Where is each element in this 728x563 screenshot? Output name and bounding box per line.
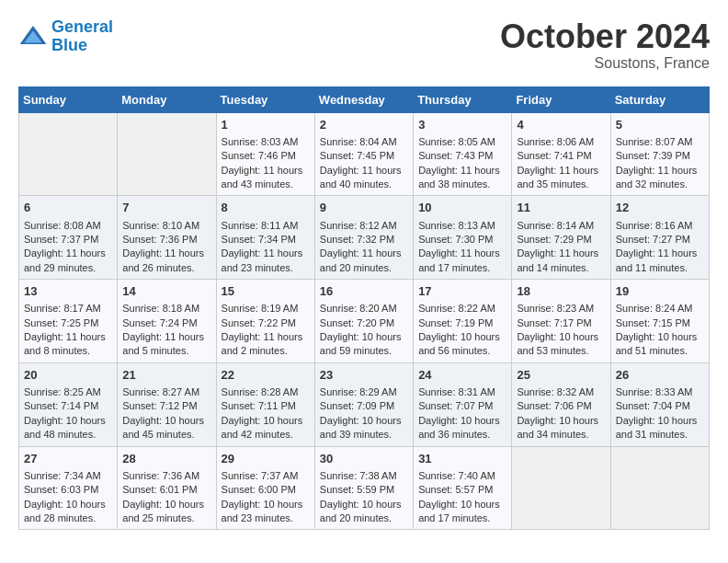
- daylight-text: Daylight: 11 hours and 40 minutes.: [320, 164, 408, 192]
- daylight-text: Daylight: 11 hours and 26 minutes.: [122, 247, 210, 275]
- calendar-cell: 7Sunrise: 8:10 AMSunset: 7:36 PMDaylight…: [118, 196, 216, 280]
- sunset-text: Sunset: 7:27 PM: [616, 233, 704, 247]
- day-number: 11: [517, 200, 605, 216]
- day-number: 26: [616, 367, 704, 384]
- day-number: 24: [418, 367, 506, 384]
- sunset-text: Sunset: 7:22 PM: [222, 316, 310, 330]
- day-number: 18: [517, 283, 605, 300]
- sunrise-text: Sunrise: 8:32 AM: [517, 385, 605, 399]
- calendar-cell: 28Sunrise: 7:36 AMSunset: 6:01 PMDayligh…: [118, 446, 216, 530]
- calendar-cell: 17Sunrise: 8:22 AMSunset: 7:19 PMDayligh…: [414, 280, 512, 363]
- sunset-text: Sunset: 7:15 PM: [616, 316, 704, 330]
- sunset-text: Sunset: 5:59 PM: [320, 483, 408, 497]
- sunrise-text: Sunrise: 8:19 AM: [222, 302, 310, 316]
- weekday-header-tuesday: Tuesday: [216, 86, 314, 112]
- sunrise-text: Sunrise: 8:29 AM: [320, 385, 408, 399]
- daylight-text: Daylight: 11 hours and 5 minutes.: [122, 330, 210, 359]
- day-number: 16: [320, 283, 408, 300]
- sunset-text: Sunset: 7:41 PM: [517, 149, 605, 163]
- sunrise-text: Sunrise: 8:27 AM: [122, 385, 210, 399]
- sunset-text: Sunset: 7:14 PM: [24, 399, 112, 413]
- logo-icon: [18, 22, 48, 52]
- week-row-5: 27Sunrise: 7:34 AMSunset: 6:03 PMDayligh…: [19, 446, 710, 530]
- day-number: 5: [616, 117, 704, 133]
- day-number: 7: [122, 200, 210, 216]
- day-number: 12: [616, 200, 704, 216]
- daylight-text: Daylight: 11 hours and 29 minutes.: [24, 247, 112, 275]
- sunset-text: Sunset: 7:30 PM: [418, 233, 506, 247]
- sunset-text: Sunset: 7:09 PM: [320, 399, 408, 413]
- daylight-text: Daylight: 10 hours and 34 minutes.: [517, 414, 605, 442]
- sunset-text: Sunset: 7:25 PM: [24, 316, 112, 330]
- day-number: 28: [122, 451, 210, 467]
- weekday-header-sunday: Sunday: [19, 86, 118, 112]
- calendar-cell: 2Sunrise: 8:04 AMSunset: 7:45 PMDaylight…: [314, 112, 413, 196]
- calendar-cell: 26Sunrise: 8:33 AMSunset: 7:04 PMDayligh…: [610, 362, 709, 446]
- sunrise-text: Sunrise: 8:13 AM: [418, 219, 506, 233]
- daylight-text: Daylight: 11 hours and 17 minutes.: [418, 247, 506, 275]
- daylight-text: Daylight: 11 hours and 8 minutes.: [24, 330, 112, 359]
- calendar-cell: 19Sunrise: 8:24 AMSunset: 7:15 PMDayligh…: [610, 280, 709, 363]
- calendar-cell: [610, 446, 709, 530]
- calendar-cell: 14Sunrise: 8:18 AMSunset: 7:24 PMDayligh…: [118, 280, 216, 363]
- sunset-text: Sunset: 7:06 PM: [517, 399, 605, 413]
- weekday-header-thursday: Thursday: [414, 86, 512, 112]
- weekday-header-row: SundayMondayTuesdayWednesdayThursdayFrid…: [19, 86, 710, 112]
- sunrise-text: Sunrise: 8:28 AM: [222, 385, 310, 399]
- daylight-text: Daylight: 11 hours and 20 minutes.: [320, 247, 408, 275]
- daylight-text: Daylight: 11 hours and 32 minutes.: [616, 164, 704, 192]
- sunrise-text: Sunrise: 8:11 AM: [222, 219, 310, 233]
- day-number: 29: [222, 451, 310, 467]
- month-title: October 2024: [500, 18, 710, 55]
- day-number: 27: [24, 451, 112, 467]
- sunset-text: Sunset: 7:36 PM: [122, 233, 210, 247]
- daylight-text: Daylight: 11 hours and 2 minutes.: [222, 330, 310, 359]
- sunrise-text: Sunrise: 8:20 AM: [320, 302, 408, 316]
- calendar-cell: 1Sunrise: 8:03 AMSunset: 7:46 PMDaylight…: [216, 112, 314, 196]
- daylight-text: Daylight: 11 hours and 11 minutes.: [616, 247, 704, 275]
- logo-text: General Blue: [51, 18, 113, 55]
- calendar-cell: 11Sunrise: 8:14 AMSunset: 7:29 PMDayligh…: [512, 196, 610, 280]
- sunrise-text: Sunrise: 8:16 AM: [616, 219, 704, 233]
- day-number: 17: [418, 283, 506, 300]
- location-subtitle: Soustons, France: [500, 55, 710, 72]
- day-number: 22: [222, 367, 310, 384]
- day-number: 6: [24, 200, 112, 216]
- sunrise-text: Sunrise: 8:12 AM: [320, 219, 408, 233]
- sunrise-text: Sunrise: 8:25 AM: [24, 385, 112, 399]
- weekday-header-monday: Monday: [118, 86, 216, 112]
- sunset-text: Sunset: 7:24 PM: [122, 316, 210, 330]
- sunrise-text: Sunrise: 8:14 AM: [517, 219, 605, 233]
- sunrise-text: Sunrise: 7:34 AM: [24, 469, 112, 483]
- sunset-text: Sunset: 7:07 PM: [418, 399, 506, 413]
- daylight-text: Daylight: 11 hours and 43 minutes.: [222, 164, 310, 192]
- daylight-text: Daylight: 10 hours and 17 minutes.: [418, 498, 506, 526]
- calendar-cell: 10Sunrise: 8:13 AMSunset: 7:30 PMDayligh…: [414, 196, 512, 280]
- calendar-cell: 25Sunrise: 8:32 AMSunset: 7:06 PMDayligh…: [512, 362, 610, 446]
- sunrise-text: Sunrise: 7:37 AM: [222, 469, 310, 483]
- calendar-cell: [512, 446, 610, 530]
- daylight-text: Daylight: 10 hours and 25 minutes.: [122, 498, 210, 526]
- calendar-cell: [118, 112, 216, 196]
- week-row-3: 13Sunrise: 8:17 AMSunset: 7:25 PMDayligh…: [19, 280, 710, 363]
- day-number: 19: [616, 283, 704, 300]
- day-number: 20: [24, 367, 112, 384]
- day-number: 23: [320, 367, 408, 384]
- sunrise-text: Sunrise: 8:06 AM: [517, 135, 605, 149]
- sunset-text: Sunset: 7:46 PM: [222, 149, 310, 163]
- calendar-cell: 4Sunrise: 8:06 AMSunset: 7:41 PMDaylight…: [512, 112, 610, 196]
- daylight-text: Daylight: 11 hours and 14 minutes.: [517, 247, 605, 275]
- weekday-header-saturday: Saturday: [610, 86, 709, 112]
- daylight-text: Daylight: 10 hours and 42 minutes.: [222, 414, 310, 442]
- sunset-text: Sunset: 7:12 PM: [122, 399, 210, 413]
- sunrise-text: Sunrise: 8:18 AM: [122, 302, 210, 316]
- calendar-cell: 20Sunrise: 8:25 AMSunset: 7:14 PMDayligh…: [19, 362, 118, 446]
- calendar-table: SundayMondayTuesdayWednesdayThursdayFrid…: [18, 86, 710, 531]
- title-block: October 2024 Soustons, France: [500, 18, 710, 72]
- sunrise-text: Sunrise: 8:08 AM: [24, 219, 112, 233]
- calendar-cell: 31Sunrise: 7:40 AMSunset: 5:57 PMDayligh…: [414, 446, 512, 530]
- daylight-text: Daylight: 10 hours and 53 minutes.: [517, 330, 605, 359]
- sunset-text: Sunset: 6:03 PM: [24, 483, 112, 497]
- calendar-cell: 29Sunrise: 7:37 AMSunset: 6:00 PMDayligh…: [216, 446, 314, 530]
- sunset-text: Sunset: 7:34 PM: [222, 233, 310, 247]
